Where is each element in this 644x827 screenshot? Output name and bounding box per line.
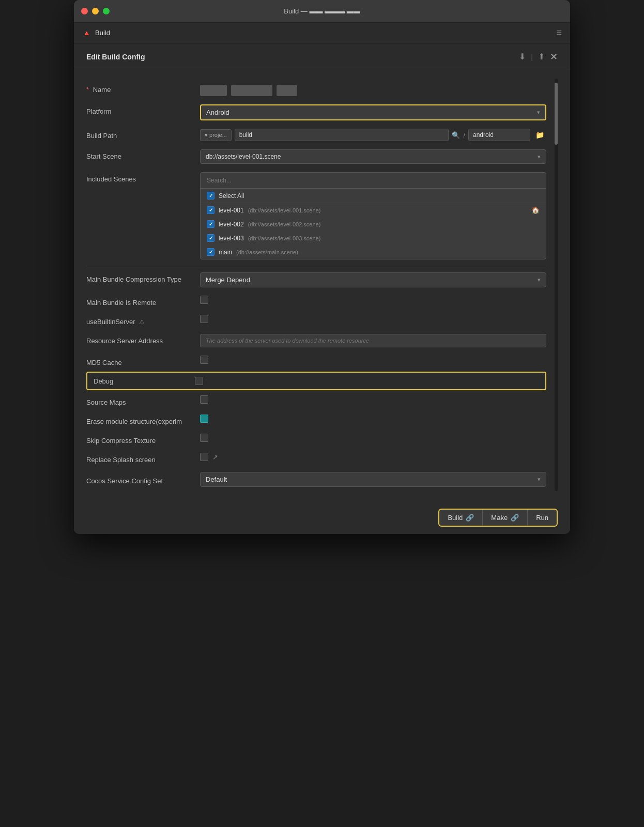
scene-path-level002: (db://assets/level-002.scene) — [248, 221, 321, 227]
cocos-service-select[interactable]: Default ▾ — [200, 472, 546, 487]
scrollbar-thumb[interactable] — [555, 83, 558, 145]
start-scene-value: db://assets/level-001.scene — [206, 153, 281, 160]
tab-label: Build — [95, 29, 110, 37]
dialog: Edit Build Config ⬇ | ⬆ ✕ * Name — [74, 43, 570, 534]
main-window: Build — ▬▬ ▬▬▬ ▬▬ 🔺 Build ≡ Edit Build C… — [74, 0, 570, 534]
erase-module-checkbox[interactable] — [200, 415, 208, 423]
platform-dropdown-arrow: ▾ — [537, 109, 540, 116]
scene-path-main: (db://assets/main.scene) — [236, 249, 298, 255]
tab-menu-icon[interactable]: ≡ — [556, 27, 562, 38]
run-label: Run — [536, 514, 548, 522]
build-label: Build — [448, 514, 463, 522]
close-dialog-button[interactable]: ✕ — [550, 52, 558, 62]
md5-cache-checkbox[interactable] — [200, 356, 208, 364]
erase-module-label: Erase module structure(experim — [86, 415, 200, 425]
scene-checkbox-level002[interactable] — [207, 220, 214, 228]
export-config-button[interactable]: ⬆ — [538, 52, 545, 62]
scrollbar[interactable] — [555, 79, 558, 491]
minimize-traffic-light[interactable] — [92, 8, 99, 14]
name-block-3 — [277, 85, 297, 96]
cocos-service-value: Default — [206, 476, 227, 483]
make-button[interactable]: Make 🔗 — [483, 510, 528, 526]
select-all-checkbox[interactable] — [207, 192, 214, 200]
skip-compress-control — [200, 434, 546, 442]
path-browse-icon[interactable]: 📁 — [533, 129, 546, 141]
source-maps-checkbox[interactable] — [200, 395, 208, 404]
resource-server-input[interactable] — [200, 334, 546, 347]
scenes-search-input[interactable] — [201, 173, 546, 189]
erase-module-checkbox-wrap — [200, 415, 546, 423]
select-all-row: Select All — [201, 189, 546, 203]
builtin-server-info-icon: ⚠ — [139, 318, 145, 326]
platform-select[interactable]: Android ▾ — [200, 104, 546, 120]
dialog-header: Edit Build Config ⬇ | ⬆ ✕ — [74, 43, 570, 68]
start-scene-label: Start Scene — [86, 149, 200, 160]
scene-item-main: main (db://assets/main.scene) — [201, 245, 546, 259]
header-divider: | — [531, 53, 533, 61]
start-scene-arrow: ▾ — [538, 154, 541, 160]
traffic-lights — [81, 8, 110, 14]
erase-module-control — [200, 415, 546, 423]
scene-item-level001: level-001 (db://assets/level-001.scene) … — [201, 203, 546, 217]
md5-cache-control — [200, 356, 546, 364]
erase-module-row: Erase module structure(experim — [86, 410, 546, 430]
md5-cache-row: MD5 Cache — [86, 351, 546, 371]
build-link-icon: 🔗 — [466, 514, 474, 522]
scene-name-level002: level-002 — [219, 221, 244, 228]
start-scene-control: db://assets/level-001.scene ▾ — [200, 149, 546, 164]
build-folder-input[interactable] — [235, 129, 449, 141]
run-button[interactable]: Run — [528, 510, 557, 526]
path-dropdown[interactable]: ▾ proje... — [200, 129, 232, 141]
scene-path-level003: (db://assets/level-003.scene) — [248, 235, 321, 241]
replace-splash-checkbox[interactable] — [200, 453, 208, 461]
replace-splash-control: ↗ — [200, 453, 546, 461]
use-builtin-server-checkbox[interactable] — [200, 315, 208, 323]
scene-home-icon-level001: 🏠 — [531, 206, 540, 214]
source-maps-label: Source Maps — [86, 395, 200, 406]
scene-name-level003: level-003 — [219, 235, 244, 242]
title-bar: Build — ▬▬ ▬▬▬ ▬▬ — [74, 0, 570, 23]
scene-checkbox-level003[interactable] — [207, 234, 214, 242]
scene-name-main: main — [219, 249, 232, 256]
scene-checkbox-main[interactable] — [207, 248, 214, 256]
start-scene-select[interactable]: db://assets/level-001.scene ▾ — [200, 149, 546, 164]
resource-server-label: Resource Server Address — [86, 334, 200, 345]
main-bundle-compression-value: Merge Depend — [206, 276, 250, 284]
main-bundle-compression-label: Main Bundle Compression Type — [86, 272, 200, 283]
name-required: * — [86, 86, 89, 94]
skip-compress-checkbox[interactable] — [200, 434, 208, 442]
name-display — [200, 83, 546, 96]
scene-path-level001: (db://assets/level-001.scene) — [248, 207, 321, 213]
close-traffic-light[interactable] — [81, 8, 88, 14]
replace-splash-external-icon[interactable]: ↗ — [212, 453, 218, 461]
main-bundle-compression-arrow: ▾ — [538, 277, 541, 283]
included-scenes-control: Select All level-001 (db://assets/level-… — [200, 172, 546, 259]
path-search-icon[interactable]: 🔍 — [452, 131, 460, 139]
make-link-icon: 🔗 — [511, 514, 519, 522]
replace-splash-label: Replace Splash screen — [86, 453, 200, 464]
select-all-label: Select All — [219, 192, 244, 200]
maximize-traffic-light[interactable] — [103, 8, 110, 14]
build-button[interactable]: Build 🔗 — [439, 510, 483, 526]
dialog-footer: Build 🔗 Make 🔗 Run — [74, 501, 570, 534]
main-bundle-remote-label: Main Bundle Is Remote — [86, 296, 200, 307]
platform-value: Android — [206, 109, 229, 116]
build-path-row: Build Path ▾ proje... 🔍 / 📁 — [86, 125, 546, 145]
cocos-service-row: Cocos Service Config Set Default ▾ — [86, 468, 546, 491]
replace-splash-wrap: ↗ — [200, 453, 546, 461]
included-scenes-label: Included Scenes — [86, 172, 200, 183]
window-title: Build — ▬▬ ▬▬▬ ▬▬ — [284, 7, 360, 15]
build-subfolder-input[interactable] — [468, 129, 530, 141]
name-row: * Name — [86, 79, 546, 100]
included-scenes-box: Select All level-001 (db://assets/level-… — [200, 172, 546, 259]
use-builtin-server-checkbox-wrap — [200, 315, 546, 323]
main-bundle-remote-checkbox[interactable] — [200, 296, 208, 304]
main-bundle-compression-select[interactable]: Merge Depend ▾ — [200, 272, 546, 287]
save-config-button[interactable]: ⬇ — [519, 52, 526, 62]
debug-checkbox[interactable] — [195, 377, 203, 385]
use-builtin-server-label: useBuiltinServer ⚠ — [86, 315, 200, 326]
build-path-control: ▾ proje... 🔍 / 📁 — [200, 129, 546, 141]
name-block-1 — [200, 85, 227, 96]
use-builtin-server-row: useBuiltinServer ⚠ — [86, 311, 546, 330]
scene-checkbox-level001[interactable] — [207, 206, 214, 214]
